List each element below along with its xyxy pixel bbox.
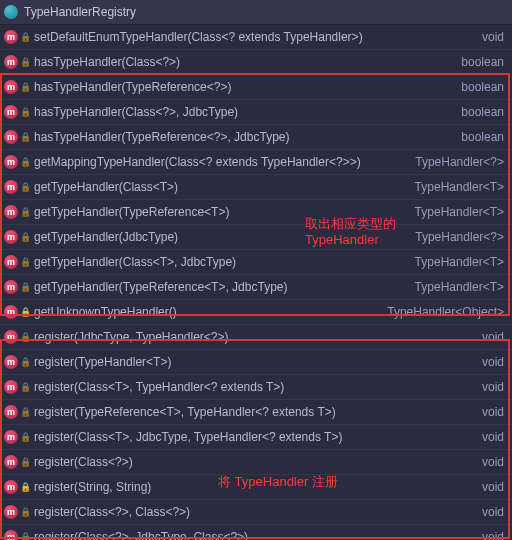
return-type: TypeHandler<T> — [409, 205, 504, 219]
method-signature: getMappingTypeHandler(Class<? extends Ty… — [34, 155, 409, 169]
method-icon: m — [4, 155, 18, 169]
open-lock-icon: 🔒 — [20, 207, 30, 217]
method-icon: m — [4, 205, 18, 219]
method-signature: register(Class<T>, JdbcType, TypeHandler… — [34, 430, 476, 444]
method-row[interactable]: m🔒register(TypeHandler<T>)void — [0, 350, 512, 375]
return-type: TypeHandler<Object> — [381, 305, 504, 319]
method-icon: m — [4, 355, 18, 369]
return-type: void — [476, 355, 504, 369]
return-type: TypeHandler<T> — [409, 255, 504, 269]
method-signature: register(TypeReference<T>, TypeHandler<?… — [34, 405, 476, 419]
method-icon: m — [4, 280, 18, 294]
method-row[interactable]: m🔒getMappingTypeHandler(Class<? extends … — [0, 150, 512, 175]
class-icon — [4, 5, 18, 19]
method-row[interactable]: m🔒register(TypeReference<T>, TypeHandler… — [0, 400, 512, 425]
open-lock-icon: 🔒 — [20, 357, 30, 367]
return-type: void — [476, 380, 504, 394]
method-row[interactable]: m🔒getTypeHandler(TypeReference<T>, JdbcT… — [0, 275, 512, 300]
return-type: boolean — [455, 55, 504, 69]
return-type: TypeHandler<?> — [409, 155, 504, 169]
open-lock-icon: 🔒 — [20, 257, 30, 267]
method-icon: m — [4, 480, 18, 494]
open-lock-icon: 🔒 — [20, 82, 30, 92]
open-lock-icon: 🔒 — [20, 532, 30, 540]
method-row[interactable]: m🔒register(Class<?>)void — [0, 450, 512, 475]
method-icon: m — [4, 380, 18, 394]
method-signature: register(Class<?>, JdbcType, Class<?>) — [34, 530, 476, 540]
method-signature: getTypeHandler(Class<T>) — [34, 180, 409, 194]
method-row[interactable]: m🔒getTypeHandler(Class<T>)TypeHandler<T> — [0, 175, 512, 200]
method-row[interactable]: m🔒getTypeHandler(TypeReference<T>)TypeHa… — [0, 200, 512, 225]
method-row[interactable]: m🔒getUnknownTypeHandler()TypeHandler<Obj… — [0, 300, 512, 325]
open-lock-icon: 🔒 — [20, 507, 30, 517]
method-icon: m — [4, 255, 18, 269]
method-icon: m — [4, 230, 18, 244]
method-row[interactable]: m🔒register(JdbcType, TypeHandler<?>)void — [0, 325, 512, 350]
open-lock-icon: 🔒 — [20, 157, 30, 167]
return-type: void — [476, 480, 504, 494]
method-signature: register(TypeHandler<T>) — [34, 355, 476, 369]
return-type: TypeHandler<T> — [409, 180, 504, 194]
method-signature: getTypeHandler(JdbcType) — [34, 230, 409, 244]
method-signature: hasTypeHandler(Class<?>, JdbcType) — [34, 105, 455, 119]
method-icon: m — [4, 455, 18, 469]
method-row[interactable]: m🔒hasTypeHandler(Class<?>, JdbcType)bool… — [0, 100, 512, 125]
lock-icon: 🔒 — [20, 307, 30, 317]
return-type: void — [476, 530, 504, 540]
open-lock-icon: 🔒 — [20, 32, 30, 42]
method-row[interactable]: m🔒getTypeHandler(JdbcType)TypeHandler<?> — [0, 225, 512, 250]
open-lock-icon: 🔒 — [20, 382, 30, 392]
method-signature: setDefaultEnumTypeHandler(Class<? extend… — [34, 30, 476, 44]
method-signature: getTypeHandler(TypeReference<T>) — [34, 205, 409, 219]
method-icon: m — [4, 505, 18, 519]
open-lock-icon: 🔒 — [20, 57, 30, 67]
method-signature: hasTypeHandler(TypeReference<?>, JdbcTyp… — [34, 130, 455, 144]
return-type: TypeHandler<?> — [409, 230, 504, 244]
method-signature: hasTypeHandler(Class<?>) — [34, 55, 455, 69]
class-header[interactable]: TypeHandlerRegistry — [0, 0, 512, 25]
return-type: TypeHandler<T> — [409, 280, 504, 294]
method-icon: m — [4, 55, 18, 69]
method-icon: m — [4, 130, 18, 144]
method-signature: register(Class<T>, TypeHandler<? extends… — [34, 380, 476, 394]
method-icon: m — [4, 530, 18, 540]
method-icon: m — [4, 430, 18, 444]
method-row[interactable]: m🔒hasTypeHandler(TypeReference<?>, JdbcT… — [0, 125, 512, 150]
open-lock-icon: 🔒 — [20, 407, 30, 417]
method-row[interactable]: m🔒register(Class<?>, Class<?>)void — [0, 500, 512, 525]
return-type: boolean — [455, 105, 504, 119]
open-lock-icon: 🔒 — [20, 432, 30, 442]
method-signature: register(Class<?>) — [34, 455, 476, 469]
method-row[interactable]: m🔒hasTypeHandler(Class<?>)boolean — [0, 50, 512, 75]
method-icon: m — [4, 105, 18, 119]
method-row[interactable]: m🔒register(Class<?>, JdbcType, Class<?>)… — [0, 525, 512, 540]
lock-icon: 🔒 — [20, 482, 30, 492]
return-type: void — [476, 505, 504, 519]
method-row[interactable]: m🔒setDefaultEnumTypeHandler(Class<? exte… — [0, 25, 512, 50]
method-row[interactable]: m🔒hasTypeHandler(TypeReference<?>)boolea… — [0, 75, 512, 100]
return-type: void — [476, 455, 504, 469]
method-icon: m — [4, 305, 18, 319]
method-row[interactable]: m🔒register(String, String)void — [0, 475, 512, 500]
method-icon: m — [4, 30, 18, 44]
class-name: TypeHandlerRegistry — [24, 5, 136, 19]
method-icon: m — [4, 80, 18, 94]
method-row[interactable]: m🔒register(Class<T>, TypeHandler<? exten… — [0, 375, 512, 400]
open-lock-icon: 🔒 — [20, 232, 30, 242]
return-type: boolean — [455, 130, 504, 144]
return-type: boolean — [455, 80, 504, 94]
method-icon: m — [4, 405, 18, 419]
open-lock-icon: 🔒 — [20, 457, 30, 467]
return-type: void — [476, 30, 504, 44]
open-lock-icon: 🔒 — [20, 282, 30, 292]
open-lock-icon: 🔒 — [20, 107, 30, 117]
method-signature: hasTypeHandler(TypeReference<?>) — [34, 80, 455, 94]
method-signature: register(Class<?>, Class<?>) — [34, 505, 476, 519]
method-signature: getTypeHandler(TypeReference<T>, JdbcTyp… — [34, 280, 409, 294]
method-row[interactable]: m🔒getTypeHandler(Class<T>, JdbcType)Type… — [0, 250, 512, 275]
method-list: m🔒setDefaultEnumTypeHandler(Class<? exte… — [0, 25, 512, 540]
open-lock-icon: 🔒 — [20, 332, 30, 342]
method-signature: getTypeHandler(Class<T>, JdbcType) — [34, 255, 409, 269]
method-row[interactable]: m🔒register(Class<T>, JdbcType, TypeHandl… — [0, 425, 512, 450]
open-lock-icon: 🔒 — [20, 182, 30, 192]
